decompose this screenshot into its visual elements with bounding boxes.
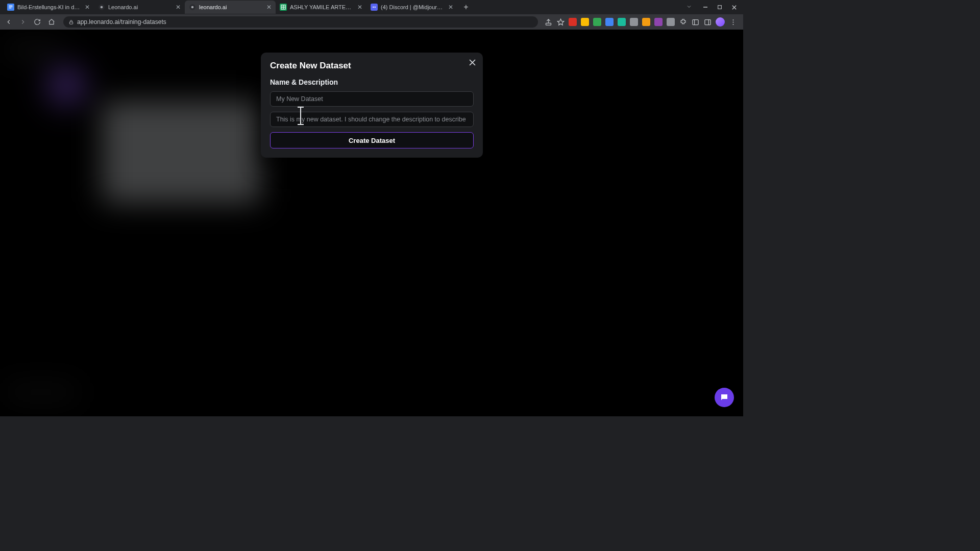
- side-panel-icon[interactable]: [691, 18, 699, 26]
- leonardo-icon: [98, 4, 105, 11]
- star-icon[interactable]: [556, 18, 565, 26]
- url-text: app.leonardo.ai/training-datasets: [77, 18, 166, 26]
- close-icon[interactable]: ✕: [85, 4, 90, 11]
- background-glow: [36, 58, 97, 114]
- close-icon[interactable]: ✕: [266, 4, 272, 11]
- extensions-menu-icon[interactable]: [679, 18, 687, 26]
- extension-icon[interactable]: [581, 18, 589, 26]
- lock-icon: [68, 19, 74, 25]
- dataset-name-input[interactable]: [270, 91, 474, 107]
- svg-rect-12: [371, 4, 378, 11]
- svg-point-26: [732, 19, 733, 20]
- tab-title: (4) Discord | @Midjourney Bot: [381, 4, 445, 10]
- docs-icon: [7, 4, 14, 11]
- svg-point-27: [732, 21, 733, 22]
- new-tab-button[interactable]: +: [459, 1, 473, 14]
- svg-marker-21: [557, 19, 564, 25]
- svg-point-13: [373, 7, 374, 8]
- extension-icon[interactable]: [630, 18, 638, 26]
- svg-rect-16: [718, 6, 722, 9]
- extension-icons: [544, 17, 740, 27]
- back-button[interactable]: [3, 16, 14, 28]
- extension-icon[interactable]: [593, 18, 601, 26]
- profile-avatar[interactable]: [716, 17, 725, 27]
- svg-rect-24: [704, 19, 710, 24]
- text-cursor-icon: [300, 107, 301, 125]
- page-content: Create New Dataset Name & Description Cr…: [0, 30, 743, 416]
- leonardo-icon: [189, 4, 196, 11]
- extension-icon[interactable]: [667, 18, 675, 26]
- extension-icon[interactable]: [642, 18, 650, 26]
- side-panel-icon[interactable]: [703, 18, 712, 26]
- tab-leonardo-active[interactable]: leonardo.ai ✕: [185, 1, 276, 14]
- svg-rect-2: [9, 7, 13, 7]
- address-bar[interactable]: app.leonardo.ai/training-datasets: [63, 16, 538, 28]
- background-card: [102, 101, 260, 203]
- chevron-down-icon[interactable]: [686, 3, 692, 12]
- window-close-button[interactable]: [727, 2, 741, 13]
- tab-strip: Bild-Erstellungs-KI in der Übersic ✕ Leo…: [0, 0, 743, 14]
- tab-title: Bild-Erstellungs-KI in der Übersic: [17, 4, 82, 10]
- chat-support-button[interactable]: [715, 388, 734, 407]
- tab-title: Leonardo.ai: [108, 4, 173, 10]
- create-dataset-modal: Create New Dataset Name & Description Cr…: [261, 53, 483, 158]
- close-icon[interactable]: ✕: [357, 4, 362, 11]
- svg-rect-20: [546, 23, 551, 25]
- svg-point-28: [732, 23, 733, 24]
- extension-icon[interactable]: [569, 18, 577, 26]
- create-dataset-button[interactable]: Create Dataset: [270, 132, 474, 148]
- home-button[interactable]: [46, 16, 57, 28]
- share-icon[interactable]: [544, 18, 552, 26]
- tab-discord[interactable]: (4) Discord | @Midjourney Bot ✕: [366, 1, 457, 14]
- maximize-button[interactable]: [713, 2, 727, 13]
- extension-icon[interactable]: [605, 18, 614, 26]
- svg-point-14: [375, 7, 376, 8]
- browser-chrome: Bild-Erstellungs-KI in der Übersic ✕ Leo…: [0, 0, 743, 30]
- tab-sheets[interactable]: ASHLY YAMILE ARTEAGA BLANC ✕: [276, 1, 366, 14]
- close-icon[interactable]: ✕: [448, 4, 453, 11]
- svg-rect-22: [692, 19, 698, 24]
- extension-icon[interactable]: [654, 18, 663, 26]
- svg-rect-19: [69, 22, 72, 24]
- browser-toolbar: app.leonardo.ai/training-datasets: [0, 14, 743, 30]
- svg-point-5: [101, 6, 103, 9]
- tab-title: ASHLY YAMILE ARTEAGA BLANC: [290, 4, 354, 10]
- tab-title: leonardo.ai: [199, 4, 263, 10]
- window-controls: [686, 2, 743, 13]
- discord-icon: [371, 4, 378, 11]
- background-shape: [5, 387, 77, 398]
- background-shape: [5, 45, 61, 55]
- tab-docs[interactable]: Bild-Erstellungs-KI in der Übersic ✕: [3, 1, 94, 14]
- modal-close-button[interactable]: [467, 57, 478, 68]
- close-icon[interactable]: ✕: [176, 4, 181, 11]
- svg-point-7: [191, 6, 194, 9]
- tab-leonardo-1[interactable]: Leonardo.ai ✕: [94, 1, 185, 14]
- forward-button[interactable]: [17, 16, 29, 28]
- minimize-button[interactable]: [698, 2, 713, 13]
- sheets-icon: [280, 4, 287, 11]
- modal-title: Create New Dataset: [270, 61, 474, 71]
- extension-icon[interactable]: [618, 18, 626, 26]
- reload-button[interactable]: [32, 16, 43, 28]
- section-label: Name & Description: [270, 78, 474, 86]
- svg-rect-1: [9, 6, 13, 6]
- svg-rect-3: [9, 8, 12, 8]
- kebab-menu-icon[interactable]: [729, 18, 737, 26]
